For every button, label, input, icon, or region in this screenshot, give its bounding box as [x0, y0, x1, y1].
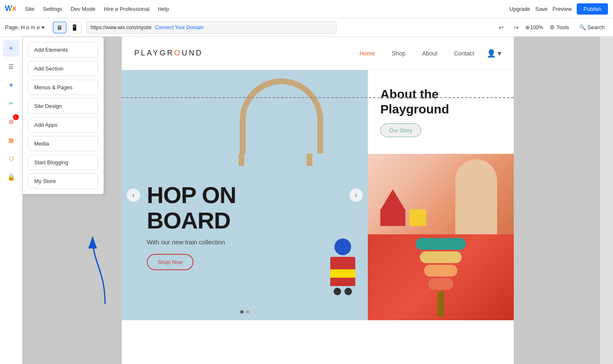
- mobile-view-btn[interactable]: 📱: [68, 22, 81, 33]
- svg-text:i: i: [10, 4, 12, 13]
- hero-right: About the Playground Our Story: [368, 70, 514, 320]
- sidebar-media-icon[interactable]: ▦: [3, 132, 20, 148]
- carousel-dot-1[interactable]: [240, 310, 244, 314]
- site-nav: PLAYGROUND Home Shop About Contact 👤 ▾: [122, 37, 514, 70]
- carousel-dot-2[interactable]: [246, 310, 249, 314]
- add-elements-button[interactable]: Add Elements: [28, 42, 98, 58]
- url-bar: https://www.wix.com/mysite Connect Your …: [86, 21, 337, 34]
- nav-site[interactable]: Site: [25, 6, 34, 12]
- ring-3: [424, 265, 457, 276]
- sidebar-store-icon[interactable]: 🔒: [3, 168, 20, 185]
- ring-4: [428, 278, 453, 290]
- menus-pages-button[interactable]: Menus & Pages: [28, 80, 98, 95]
- tools-button[interactable]: ⚙ Tools: [546, 23, 572, 32]
- side-panel: Add Elements Add Section Menus & Pages S…: [23, 37, 104, 194]
- hero-section: HOP ON BOARD With our new train collecti…: [122, 70, 514, 320]
- about-img-bg: [368, 154, 514, 234]
- about-card: About the Playground Our Story: [368, 70, 514, 154]
- nav-home[interactable]: Home: [359, 50, 375, 57]
- sidebar-design-icon[interactable]: ✦: [3, 77, 20, 93]
- zoom-value: 100%: [530, 25, 543, 30]
- carousel-prev-button[interactable]: ‹: [127, 188, 140, 202]
- upgrade-button[interactable]: Upgrade: [510, 6, 530, 12]
- hero-title-line1: HOP ON: [147, 182, 236, 208]
- start-blogging-button[interactable]: Start Blogging: [28, 155, 98, 170]
- secondbar-right: ↩ ↪ ⊕ 100% ⚙ Tools 🔍 Search: [495, 22, 608, 33]
- sidebar-pages-icon[interactable]: ☰: [3, 58, 20, 75]
- track-arch-decor: [236, 78, 327, 162]
- save-button[interactable]: Save: [535, 6, 548, 12]
- nav-shop[interactable]: Shop: [392, 50, 405, 57]
- yellow-block: [410, 209, 426, 226]
- ring-stack: [416, 238, 466, 316]
- about-title-line1: About the: [380, 87, 501, 102]
- main-area: + ☰ ✦ ✏ ⊞ 1 ▦ ⬡ 🔒 Add Elements Add Secti…: [0, 37, 613, 364]
- topbar-nav: Site Settings Dev Mode Hire a Profession…: [25, 6, 169, 12]
- redo-button[interactable]: ↪: [510, 22, 522, 33]
- page-label: Page:: [5, 24, 19, 30]
- right-ruler: [600, 37, 613, 364]
- nav-contact[interactable]: Contact: [454, 50, 474, 57]
- blue-arrow-annotation: [84, 229, 118, 314]
- ring-pole: [437, 291, 444, 316]
- search-icon: 🔍: [579, 24, 586, 30]
- user-avatar: 👤: [487, 49, 496, 58]
- sidebar-apps-icon[interactable]: ⊞ 1: [3, 113, 20, 130]
- toy-blocks: [380, 189, 405, 226]
- add-apps-button[interactable]: Add Apps: [28, 117, 98, 133]
- canvas-area: PLAYGROUND Home Shop About Contact 👤 ▾: [23, 37, 613, 364]
- sidebar-blog-icon[interactable]: ✏: [3, 95, 20, 112]
- media-button[interactable]: Media: [28, 136, 98, 151]
- rings-bg: [368, 234, 514, 320]
- undo-button[interactable]: ↩: [495, 22, 507, 33]
- preview-button[interactable]: Preview: [553, 6, 572, 12]
- hero-content: HOP ON BOARD With our new train collecti…: [147, 182, 236, 270]
- nav-user-icon[interactable]: 👤 ▾: [487, 49, 501, 58]
- nav-devmode[interactable]: Dev Mode: [70, 6, 95, 12]
- user-dropdown-icon: ▾: [497, 49, 501, 58]
- zoom-circle-icon: ⊕: [525, 25, 530, 30]
- hand-shape: [455, 159, 497, 234]
- nav-help[interactable]: Help: [158, 6, 169, 12]
- our-story-button[interactable]: Our Story: [380, 123, 421, 137]
- train-toy-illustration: [330, 238, 355, 295]
- desktop-view-btn[interactable]: 🖥: [53, 22, 66, 33]
- connect-domain-link[interactable]: Connect Your Domain: [155, 25, 204, 30]
- hero-carousel: HOP ON BOARD With our new train collecti…: [122, 70, 368, 320]
- sidebar-add-icon[interactable]: +: [3, 40, 20, 57]
- site-preview: PLAYGROUND Home Shop About Contact 👤 ▾: [122, 37, 514, 364]
- site-logo: PLAYGROUND: [134, 49, 203, 58]
- secondbar: Page: H o m e ▾ 🖥 📱 https://www.wix.com/…: [0, 18, 613, 37]
- site-menu: Home Shop About Contact: [359, 50, 474, 57]
- nav-hire[interactable]: Hire a Professional: [104, 6, 150, 12]
- shop-now-button[interactable]: Shop Now: [147, 254, 193, 270]
- my-store-button[interactable]: My Store: [28, 173, 98, 189]
- hero-title: HOP ON BOARD: [147, 182, 236, 233]
- search-label: Search: [588, 24, 605, 30]
- svg-text:x: x: [12, 4, 16, 13]
- rings-image: [368, 234, 514, 320]
- nav-settings[interactable]: Settings: [43, 6, 62, 12]
- site-design-button[interactable]: Site Design: [28, 98, 98, 114]
- about-title-line2: Playground: [380, 102, 501, 117]
- wix-logo: W i x: [5, 4, 18, 14]
- zoom-indicator: ⊕ 100%: [525, 25, 543, 30]
- page-dropdown-icon: ▾: [42, 24, 45, 30]
- left-sidebar: + ☰ ✦ ✏ ⊞ 1 ▦ ⬡ 🔒: [0, 37, 23, 364]
- page-name: H o m e: [21, 24, 40, 30]
- apps-badge: 1: [13, 114, 19, 120]
- url-text: https://www.wix.com/mysite: [91, 25, 152, 30]
- ring-1: [416, 238, 466, 250]
- about-title: About the Playground: [380, 87, 501, 117]
- topbar: W i x Site Settings Dev Mode Hire a Prof…: [0, 0, 613, 18]
- carousel-dots: [240, 310, 249, 314]
- search-button[interactable]: 🔍 Search: [576, 23, 608, 32]
- hero-title-line2: BOARD: [147, 208, 236, 233]
- about-image: [368, 154, 514, 234]
- sidebar-seo-icon[interactable]: ⬡: [3, 150, 20, 167]
- publish-button[interactable]: Publish: [577, 3, 608, 15]
- carousel-next-button[interactable]: ›: [349, 188, 363, 202]
- add-section-button[interactable]: Add Section: [28, 61, 98, 76]
- page-selector[interactable]: Page: H o m e ▾: [5, 24, 45, 30]
- nav-about[interactable]: About: [422, 50, 437, 57]
